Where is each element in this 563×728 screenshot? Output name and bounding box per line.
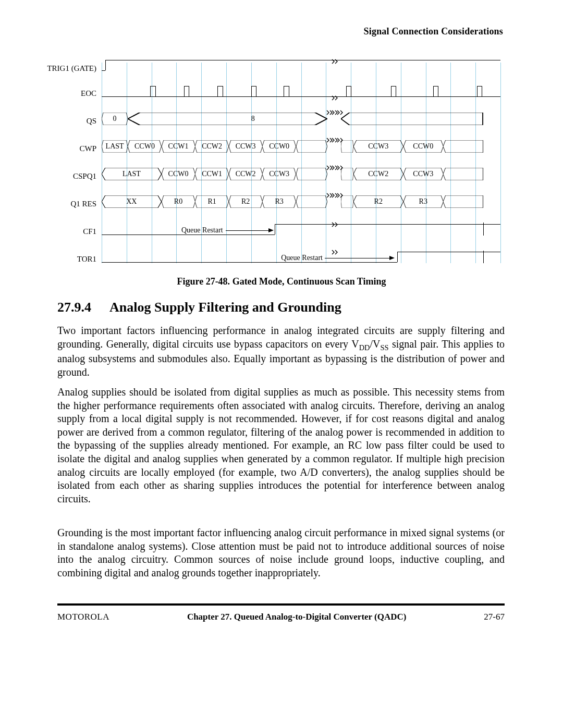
signal-label: CWP: [47, 144, 100, 153]
section-title: Analog Supply Filtering and Grounding: [109, 300, 341, 315]
bus-cell: R1: [195, 195, 229, 208]
running-header: Signal Connection Considerations: [364, 26, 503, 37]
queue-restart-label: Queue Restart: [281, 254, 323, 262]
bus-cell: [296, 195, 327, 208]
bus-cell: [341, 168, 353, 180]
bus-cell: CCW3: [229, 140, 263, 153]
section-number: 27.9.4: [57, 300, 107, 315]
signal-label: CF1: [47, 227, 100, 236]
bus-cell: CCW0: [128, 140, 162, 153]
bus-cell: R0: [162, 195, 195, 208]
signal-label: CSPQ1: [47, 172, 100, 181]
section-heading: 27.9.4 Analog Supply Filtering and Groun…: [57, 300, 506, 315]
bus-cell: LAST: [102, 168, 162, 180]
bus-cell: [443, 168, 483, 180]
figure-ref: Figure 27-48.: [177, 276, 230, 287]
paragraph-2: Analog supplies should be isolated from …: [57, 386, 505, 505]
bus-cell: CCW3: [262, 168, 296, 180]
figure-title: Gated Mode, Continuous Scan Timing: [232, 276, 386, 287]
bus-cell: 0: [102, 113, 128, 125]
paragraph-1: Two important factors influencing perfor…: [57, 324, 505, 379]
footer-rule: [57, 603, 505, 604]
paragraph-3: Grounding is the most important factor i…: [57, 526, 505, 579]
bus-cell: CCW2: [353, 168, 403, 180]
footer-right: 27-67: [484, 612, 505, 622]
bus-cell: [341, 113, 483, 125]
bus-cell: [341, 140, 353, 153]
signal-label: QS: [47, 117, 100, 126]
bus-cell: XX: [102, 195, 162, 208]
queue-restart-label: Queue Restart: [181, 226, 223, 235]
bus-cell: CCW3: [403, 168, 444, 180]
bus-cell: 8: [128, 113, 327, 125]
signal-label: TOR1: [47, 255, 100, 264]
bus-cell: R3: [403, 195, 444, 208]
timing-diagram: TRIG1 (GATE)EOCQS 0 8 CWP LAST CCW0 CCW1…: [47, 55, 500, 266]
bus-cell: CCW1: [195, 168, 229, 180]
figure-caption: Figure 27-48. Gated Mode, Continuous Sca…: [0, 276, 563, 287]
bus-cell: [296, 140, 327, 153]
page-footer: MOTOROLA Chapter 27. Queued Analog-to-Di…: [57, 612, 505, 622]
bus-cell: R3: [262, 195, 296, 208]
bus-cell: LAST: [102, 140, 128, 153]
footer-left: MOTOROLA: [57, 612, 109, 622]
bus-cell: R2: [229, 195, 263, 208]
bus-cell: CCW0: [162, 168, 195, 180]
bus-cell: CCW3: [353, 140, 403, 153]
signal-label: EOC: [47, 89, 100, 98]
bus-cell: [443, 140, 483, 153]
signal-label: Q1 RES: [47, 200, 100, 208]
bus-cell: CCW0: [262, 140, 296, 153]
bus-cell: R2: [353, 195, 403, 208]
bus-cell: CCW1: [162, 140, 195, 153]
bus-cell: [443, 195, 483, 208]
bus-cell: [296, 168, 327, 180]
bus-cell: CCW0: [403, 140, 444, 153]
bus-cell: [341, 195, 353, 208]
bus-cell: CCW2: [229, 168, 263, 180]
signal-label: TRIG1 (GATE): [47, 64, 100, 73]
bus-cell: CCW2: [195, 140, 229, 153]
footer-center: Chapter 27. Queued Analog-to-Digital Con…: [187, 612, 407, 622]
